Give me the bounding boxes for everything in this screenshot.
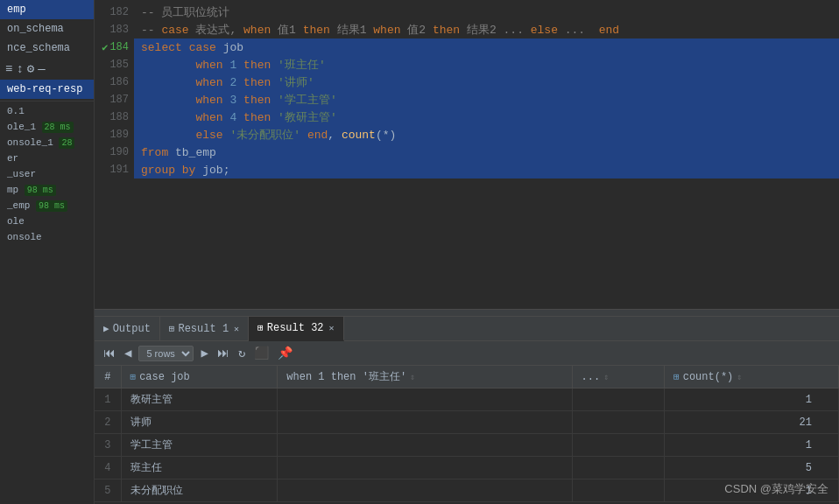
results-panel: ▶ Output ⊞ Result 1 ✕ ⊞ Result 32 ✕ ⏮ ◀ … xyxy=(95,316,839,504)
row-2-num: 2 xyxy=(95,411,121,434)
line-185: 185 xyxy=(109,56,134,74)
sidebar: emp on_schema nce_schema ≡ ↕ ⚙ — web-req… xyxy=(0,0,95,504)
tab-result32-close[interactable]: ✕ xyxy=(329,323,335,333)
col-header-dots[interactable]: ... ⇕ xyxy=(572,366,664,388)
row-5-when xyxy=(278,480,572,502)
row-4-dots xyxy=(572,457,664,480)
row-4-num: 4 xyxy=(95,457,121,480)
tab-result1-close[interactable]: ✕ xyxy=(234,324,239,334)
tab-output[interactable]: ▶ Output xyxy=(95,317,160,341)
sidebar-bottom-er[interactable]: er xyxy=(0,150,94,166)
sort-icon[interactable]: ↕ xyxy=(16,62,23,76)
last-page-button[interactable]: ⏭ xyxy=(215,345,231,362)
line-190: 190 xyxy=(109,144,134,161)
sort-icon-when: ⇕ xyxy=(410,372,415,382)
row-1-when xyxy=(278,388,572,411)
code-line-184: select case job xyxy=(134,38,839,56)
code-line-185: when 1 then '班主任' xyxy=(134,56,839,74)
row-3-when xyxy=(278,434,572,457)
results-tabs: ▶ Output ⊞ Result 1 ✕ ⊞ Result 32 ✕ xyxy=(95,317,839,341)
stop-button[interactable]: ⬛ xyxy=(252,344,271,362)
table-header-row: # ⊞ case job when 1 then '班主任' ⇕ xyxy=(95,366,839,388)
refresh-button[interactable]: ↻ xyxy=(236,344,247,362)
row-1-job: 教研主管 xyxy=(121,388,278,411)
row-2-dots xyxy=(572,411,664,434)
table-row: 1 教研主管 1 xyxy=(95,388,839,411)
line-189: 189 xyxy=(109,126,134,144)
row-2-when xyxy=(278,411,572,434)
minus-icon[interactable]: — xyxy=(38,62,45,76)
rows-select[interactable]: 5 rows xyxy=(138,346,194,361)
sidebar-divider xyxy=(0,101,94,102)
tab-result1[interactable]: ⊞ Result 1 ✕ xyxy=(160,317,249,341)
tab-result1-label: Result 1 xyxy=(178,323,229,335)
row-5-dots xyxy=(572,480,664,502)
tab-result32-label: Result 32 xyxy=(267,322,324,334)
tab-output-label: Output xyxy=(113,323,151,335)
row-4-job: 班主任 xyxy=(121,457,278,480)
line-182: 182 xyxy=(109,4,134,21)
sidebar-bottom-01[interactable]: 0.1 xyxy=(0,103,94,119)
output-icon: ▶ xyxy=(103,323,109,334)
row-5-num: 5 xyxy=(95,480,121,502)
col-label-when: when 1 then '班主任' xyxy=(286,369,406,384)
prev-page-button[interactable]: ◀ xyxy=(123,344,133,362)
table-row: 4 班主任 5 xyxy=(95,457,839,480)
check-mark: ✔ xyxy=(102,41,108,54)
row-2-count: 21 xyxy=(665,411,839,434)
code-area[interactable]: -- 员工职位统计 -- case 表达式, when 值1 then 结果1 … xyxy=(134,0,839,309)
col-label-dots: ... xyxy=(582,371,601,383)
tab-result32[interactable]: ⊞ Result 32 ✕ xyxy=(249,317,343,341)
line-184: ✔ 184 xyxy=(102,38,134,56)
col-header-num: # xyxy=(95,366,121,388)
col-header-case-job[interactable]: ⊞ case job xyxy=(121,366,278,388)
sidebar-bottom-onsole[interactable]: onsole xyxy=(0,229,94,245)
sidebar-bottom-console1[interactable]: onsole_1 28 xyxy=(0,135,94,150)
sidebar-toolbar: ≡ ↕ ⚙ — xyxy=(0,58,94,80)
row-3-dots xyxy=(572,434,664,457)
pin-button[interactable]: 📌 xyxy=(276,344,294,362)
code-line-183: -- case 表达式, when 值1 then 结果1 when 值2 th… xyxy=(134,21,839,38)
row-4-count: 5 xyxy=(665,457,839,480)
col-label-count: count(*) xyxy=(683,371,734,383)
sort-icon-dots: ⇕ xyxy=(603,372,609,382)
settings-icon[interactable]: ⚙ xyxy=(27,61,34,76)
next-page-button[interactable]: ▶ xyxy=(199,344,209,362)
line-187: 187 xyxy=(109,91,134,108)
row-3-job: 学工主管 xyxy=(121,434,278,457)
row-3-num: 3 xyxy=(95,434,121,457)
line-183: 183 xyxy=(109,21,134,38)
sidebar-bottom-user[interactable]: _user xyxy=(0,166,94,182)
code-line-182: -- 员工职位统计 xyxy=(134,4,839,21)
row-2-job: 讲师 xyxy=(121,411,278,434)
sidebar-item-emp[interactable]: emp xyxy=(0,0,94,19)
first-page-button[interactable]: ⏮ xyxy=(102,345,117,362)
code-line-186: when 2 then '讲师' xyxy=(134,74,839,91)
line-188: 188 xyxy=(109,108,134,126)
code-editor: 182 183 ✔ 184 185 186 187 188 189 190 19… xyxy=(95,0,839,309)
sidebar-bottom-ole1[interactable]: ole_1 28 ms xyxy=(0,119,94,135)
results-toolbar: ⏮ ◀ 5 rows ▶ ⏭ ↻ ⬛ 📌 xyxy=(95,341,839,366)
sidebar-bottom-ole[interactable]: ole xyxy=(0,214,94,229)
editor-scrollbar[interactable] xyxy=(95,309,839,316)
code-line-187: when 3 then '学工主管' xyxy=(134,91,839,108)
col-icon-case: ⊞ xyxy=(130,371,137,382)
sidebar-bottom-emp[interactable]: _emp 98 ms xyxy=(0,198,94,214)
col-header-when[interactable]: when 1 then '班主任' ⇕ xyxy=(278,366,572,388)
col-header-count[interactable]: ⊞ count(*) ⇕ xyxy=(665,366,839,388)
code-line-188: when 4 then '教研主管' xyxy=(134,108,839,126)
main-content: 182 183 ✔ 184 185 186 187 188 189 190 19… xyxy=(95,0,839,504)
sidebar-bottom-mp[interactable]: mp 98 ms xyxy=(0,182,94,198)
code-line-191: group by job; xyxy=(134,161,839,178)
row-4-when xyxy=(278,457,572,480)
sidebar-item-web-req-resp[interactable]: web-req-resp xyxy=(0,80,94,99)
line-191: 191 xyxy=(109,161,134,178)
row-5-job: 未分配职位 xyxy=(121,480,278,502)
col-label-case: case job xyxy=(139,371,190,383)
sidebar-item-nce-schema[interactable]: nce_schema xyxy=(0,38,94,58)
list-icon[interactable]: ≡ xyxy=(5,62,12,76)
row-1-dots xyxy=(572,388,664,411)
row-3-count: 1 xyxy=(665,434,839,457)
table-icon-1: ⊞ xyxy=(169,323,175,334)
sidebar-item-on-schema[interactable]: on_schema xyxy=(0,19,94,38)
